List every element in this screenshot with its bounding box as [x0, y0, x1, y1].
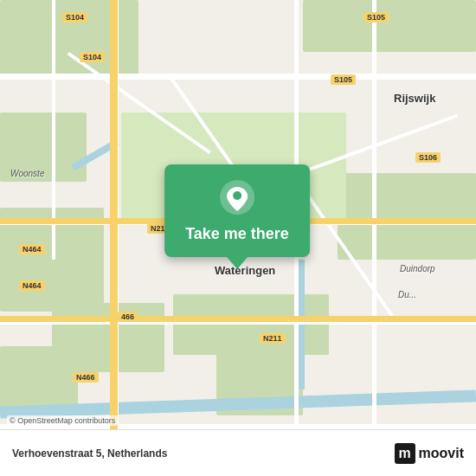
green-area-e — [338, 173, 476, 260]
label-n464b: N464 — [19, 280, 45, 291]
map-container: S105 S105 S104 S104 S106 N211 N211 N464 … — [0, 0, 476, 476]
road-v1-yellow — [110, 0, 118, 433]
label-s105b: S105 — [331, 74, 356, 85]
moovit-m-icon: m — [395, 443, 415, 464]
svg-point-2 — [233, 191, 241, 200]
label-s104b: S104 — [80, 52, 105, 62]
address-label: Verhoevenstraat 5, Netherlands — [12, 447, 167, 460]
bottom-bar: Verhoevenstraat 5, Netherlands m moovit — [0, 429, 476, 476]
label-n211b: N211 — [260, 333, 286, 344]
city-rijswijk: Rijswijk — [394, 92, 435, 105]
road-v3 — [372, 0, 376, 476]
location-popup[interactable]: Take me there — [164, 164, 310, 269]
moovit-wordmark: moovit — [419, 446, 464, 461]
label-woonste: Woonste — [10, 169, 44, 178]
green-area-ne — [303, 0, 476, 52]
label-n466: N466 — [73, 372, 99, 383]
popup-box[interactable]: Take me there — [164, 164, 310, 257]
label-duindorp: Duindorp — [400, 264, 435, 273]
label-466: 466 — [118, 312, 138, 322]
moovit-logo: m moovit — [395, 443, 464, 464]
location-pin-icon — [218, 178, 256, 216]
osm-attribution: © OpenStreetMap contributors — [7, 415, 118, 426]
popup-label: Take me there — [185, 225, 289, 243]
road-h1 — [0, 74, 476, 80]
label-n464a: N464 — [19, 244, 45, 254]
label-s106: S106 — [415, 152, 441, 163]
popup-arrow — [227, 257, 248, 269]
road-h3-yellow — [0, 316, 476, 322]
label-s104a: S104 — [62, 12, 87, 23]
label-du2: Du... — [398, 290, 416, 299]
label-s105a: S105 — [363, 12, 389, 23]
